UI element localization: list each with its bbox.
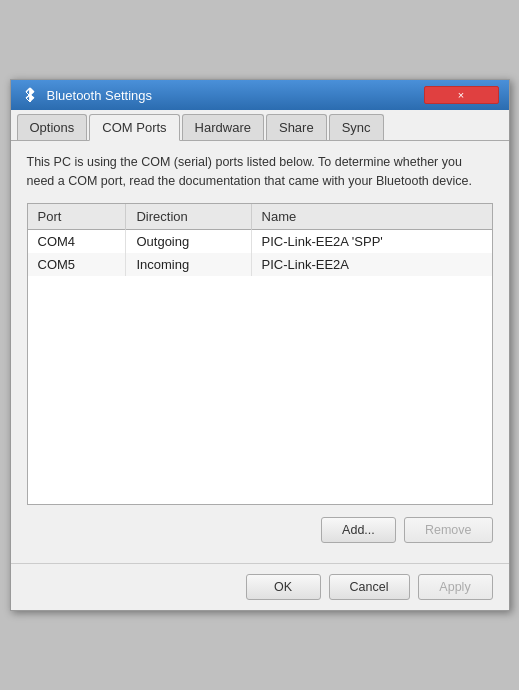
tab-bar: Options COM Ports Hardware Share Sync bbox=[11, 110, 509, 141]
com-ports-table-container: Port Direction Name COM4OutgoingPIC-Link… bbox=[27, 203, 493, 505]
column-header-port: Port bbox=[28, 204, 126, 230]
column-header-name: Name bbox=[251, 204, 491, 230]
cancel-button[interactable]: Cancel bbox=[329, 574, 410, 600]
table-header-row: Port Direction Name bbox=[28, 204, 492, 230]
apply-button[interactable]: Apply bbox=[418, 574, 493, 600]
cell-direction: Outgoing bbox=[126, 229, 251, 253]
tab-share[interactable]: Share bbox=[266, 114, 327, 140]
table-row[interactable]: COM5IncomingPIC-Link-EE2A bbox=[28, 253, 492, 276]
title-bar: Bluetooth Settings × bbox=[11, 80, 509, 110]
dialog-title: Bluetooth Settings bbox=[47, 88, 153, 103]
table-row[interactable]: COM4OutgoingPIC-Link-EE2A 'SPP' bbox=[28, 229, 492, 253]
dialog-window: Bluetooth Settings × Options COM Ports H… bbox=[10, 79, 510, 611]
tab-hardware[interactable]: Hardware bbox=[182, 114, 264, 140]
tab-com-ports[interactable]: COM Ports bbox=[89, 114, 179, 141]
table-action-buttons: Add... Remove bbox=[27, 517, 493, 543]
cell-port: COM4 bbox=[28, 229, 126, 253]
cell-port: COM5 bbox=[28, 253, 126, 276]
cell-name: PIC-Link-EE2A bbox=[251, 253, 491, 276]
title-bar-left: Bluetooth Settings bbox=[21, 86, 153, 104]
dialog-action-buttons: OK Cancel Apply bbox=[11, 563, 509, 610]
cell-name: PIC-Link-EE2A 'SPP' bbox=[251, 229, 491, 253]
content-area: This PC is using the COM (serial) ports … bbox=[11, 141, 509, 563]
com-ports-table: Port Direction Name COM4OutgoingPIC-Link… bbox=[28, 204, 492, 276]
table-scroll-area[interactable]: Port Direction Name COM4OutgoingPIC-Link… bbox=[28, 204, 492, 504]
column-header-direction: Direction bbox=[126, 204, 251, 230]
cell-direction: Incoming bbox=[126, 253, 251, 276]
description-text: This PC is using the COM (serial) ports … bbox=[27, 153, 493, 191]
tab-options[interactable]: Options bbox=[17, 114, 88, 140]
tab-sync[interactable]: Sync bbox=[329, 114, 384, 140]
close-button[interactable]: × bbox=[424, 86, 499, 104]
add-button[interactable]: Add... bbox=[321, 517, 396, 543]
ok-button[interactable]: OK bbox=[246, 574, 321, 600]
bluetooth-icon bbox=[21, 86, 39, 104]
remove-button[interactable]: Remove bbox=[404, 517, 493, 543]
